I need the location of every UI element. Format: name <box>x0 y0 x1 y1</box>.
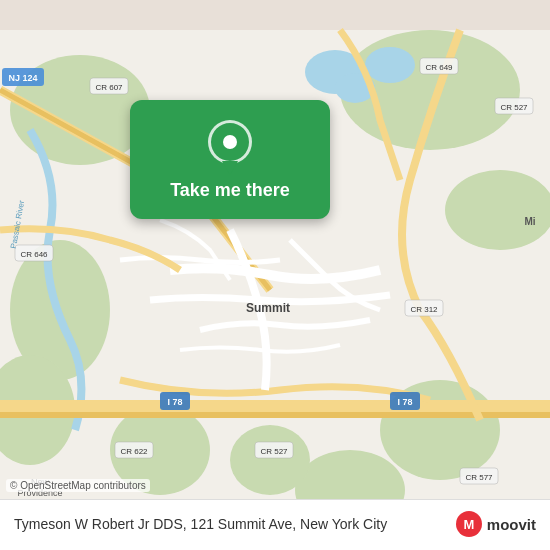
svg-text:CR 622: CR 622 <box>120 447 148 456</box>
svg-text:CR 312: CR 312 <box>410 305 438 314</box>
svg-text:CR 527: CR 527 <box>260 447 288 456</box>
location-pin <box>208 120 252 164</box>
svg-text:I 78: I 78 <box>397 397 412 407</box>
svg-text:Mi: Mi <box>524 216 535 227</box>
map-container: NJ 124 CR 607 CR 646 CR 649 CR 527 Mi CR… <box>0 0 550 550</box>
svg-text:I 78: I 78 <box>167 397 182 407</box>
svg-text:NJ 124: NJ 124 <box>8 73 37 83</box>
svg-rect-14 <box>0 412 550 418</box>
moovit-logo[interactable]: M moovit <box>455 510 536 538</box>
take-me-there-popup[interactable]: Take me there <box>130 100 330 219</box>
attribution-text: © OpenStreetMap contributors <box>10 480 146 491</box>
svg-point-11 <box>365 47 415 83</box>
svg-text:CR 527: CR 527 <box>500 103 528 112</box>
svg-text:M: M <box>463 517 474 532</box>
map-svg: NJ 124 CR 607 CR 646 CR 649 CR 527 Mi CR… <box>0 0 550 550</box>
svg-text:CR 646: CR 646 <box>20 250 48 259</box>
bottom-bar: Tymeson W Robert Jr DDS, 121 Summit Ave,… <box>0 499 550 550</box>
svg-point-3 <box>445 170 550 250</box>
svg-text:CR 577: CR 577 <box>465 473 493 482</box>
map-attribution: © OpenStreetMap contributors <box>6 479 150 492</box>
location-text: Tymeson W Robert Jr DDS, 121 Summit Ave,… <box>14 516 455 532</box>
svg-text:CR 607: CR 607 <box>95 83 123 92</box>
moovit-icon: M <box>455 510 483 538</box>
svg-point-9 <box>230 425 310 495</box>
moovit-text: moovit <box>487 516 536 533</box>
popup-label: Take me there <box>170 180 290 201</box>
pin-dot <box>223 135 237 149</box>
svg-text:Summit: Summit <box>246 301 290 315</box>
svg-text:CR 649: CR 649 <box>425 63 453 72</box>
svg-rect-13 <box>0 400 550 412</box>
